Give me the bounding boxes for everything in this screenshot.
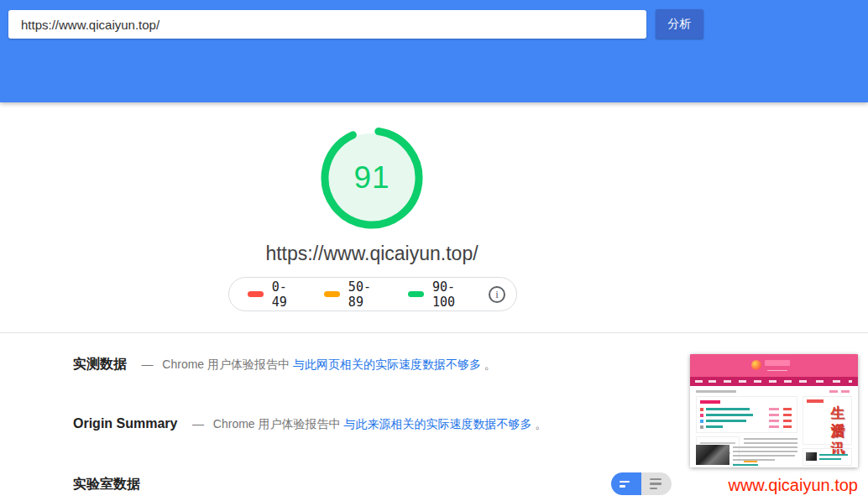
field-data-description: — Chrome 用户体验报告中 与此网页相关的实际速度数据不够多 。: [141, 357, 495, 371]
pagespeed-insights-page: 分析 91 https://www.qicaiyun.top/ 0-49 50-…: [0, 0, 868, 501]
orange-range-icon: [324, 291, 340, 297]
origin-summary-link[interactable]: 与此来源相关的实际速度数据不够多: [343, 417, 531, 431]
performance-score-gauge: 91: [321, 127, 423, 229]
list-view-icon: [650, 478, 661, 481]
lab-data-title: 实验室数据: [73, 477, 140, 491]
site-screenshot-thumbnail: 生活 资讯: [690, 354, 858, 467]
info-icon[interactable]: i: [489, 286, 505, 303]
performance-score-value: 91: [321, 127, 423, 229]
field-data-section: 实测数据 — Chrome 用户体验报告中 与此网页相关的实际速度数据不够多 。: [73, 356, 496, 373]
field-data-title: 实测数据: [73, 357, 127, 371]
thumb-site-logo-icon: [751, 360, 761, 370]
origin-summary-description: — Chrome 用户体验报告中 与此来源相关的实际速度数据不够多 。: [192, 417, 546, 431]
thumb-article-photo: [696, 445, 729, 465]
legend-range-high: 90-100: [408, 279, 477, 310]
thumb-article-list: [696, 396, 797, 433]
top-search-bar: 分析: [0, 0, 868, 102]
red-range-icon: [248, 291, 264, 297]
analyze-button[interactable]: 分析: [656, 9, 703, 39]
lab-data-view-toggle: [611, 472, 672, 495]
url-input[interactable]: [8, 10, 646, 39]
legend-range-low: 0-49: [248, 279, 301, 310]
green-range-icon: [408, 291, 424, 297]
lab-data-section: 实验室数据: [73, 476, 140, 493]
list-view-button[interactable]: [641, 472, 672, 495]
thumb-sidebar-articles: [803, 448, 852, 466]
origin-summary-section: Origin Summary — Chrome 用户体验报告中 与此来源相关的实…: [73, 416, 546, 432]
watermark-text: www.qicaiyun.top: [728, 476, 858, 495]
origin-summary-title: Origin Summary: [73, 416, 177, 431]
compact-view-button[interactable]: [611, 472, 641, 495]
thumb-site-navbar: [690, 377, 858, 386]
score-legend: 0-49 50-89 90-100 i: [228, 277, 517, 311]
analyzed-url-heading: https://www.qicaiyun.top/: [0, 243, 744, 265]
compact-view-icon: [620, 481, 630, 483]
legend-range-low-label: 0-49: [272, 279, 302, 310]
section-divider: [0, 332, 868, 333]
thumb-red-banner-text: 生活 资讯: [804, 404, 851, 422]
legend-range-mid-label: 50-89: [348, 279, 385, 310]
legend-range-mid: 50-89: [324, 279, 385, 310]
legend-range-high-label: 90-100: [432, 279, 477, 310]
field-data-link[interactable]: 与此网页相关的实际速度数据不够多: [293, 357, 481, 371]
